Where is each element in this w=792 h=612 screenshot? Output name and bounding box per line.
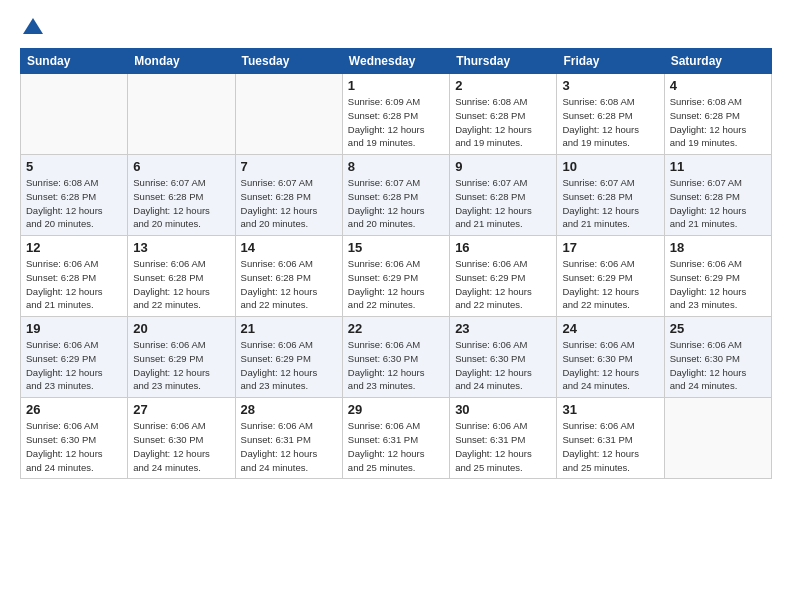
day-info: Sunrise: 6:06 AM Sunset: 6:30 PM Dayligh… bbox=[348, 338, 444, 393]
calendar-week-row: 26Sunrise: 6:06 AM Sunset: 6:30 PM Dayli… bbox=[21, 398, 772, 479]
day-info: Sunrise: 6:07 AM Sunset: 6:28 PM Dayligh… bbox=[562, 176, 658, 231]
calendar-week-row: 19Sunrise: 6:06 AM Sunset: 6:29 PM Dayli… bbox=[21, 317, 772, 398]
calendar-cell: 10Sunrise: 6:07 AM Sunset: 6:28 PM Dayli… bbox=[557, 155, 664, 236]
day-number: 1 bbox=[348, 78, 444, 93]
calendar-cell: 29Sunrise: 6:06 AM Sunset: 6:31 PM Dayli… bbox=[342, 398, 449, 479]
calendar-cell: 17Sunrise: 6:06 AM Sunset: 6:29 PM Dayli… bbox=[557, 236, 664, 317]
calendar-cell: 12Sunrise: 6:06 AM Sunset: 6:28 PM Dayli… bbox=[21, 236, 128, 317]
day-number: 27 bbox=[133, 402, 229, 417]
day-info: Sunrise: 6:06 AM Sunset: 6:30 PM Dayligh… bbox=[26, 419, 122, 474]
calendar-cell: 5Sunrise: 6:08 AM Sunset: 6:28 PM Daylig… bbox=[21, 155, 128, 236]
svg-marker-0 bbox=[23, 18, 43, 34]
day-info: Sunrise: 6:06 AM Sunset: 6:28 PM Dayligh… bbox=[133, 257, 229, 312]
calendar-cell: 25Sunrise: 6:06 AM Sunset: 6:30 PM Dayli… bbox=[664, 317, 771, 398]
day-number: 30 bbox=[455, 402, 551, 417]
day-number: 28 bbox=[241, 402, 337, 417]
day-number: 14 bbox=[241, 240, 337, 255]
day-number: 2 bbox=[455, 78, 551, 93]
day-info: Sunrise: 6:06 AM Sunset: 6:31 PM Dayligh… bbox=[348, 419, 444, 474]
day-number: 31 bbox=[562, 402, 658, 417]
day-info: Sunrise: 6:09 AM Sunset: 6:28 PM Dayligh… bbox=[348, 95, 444, 150]
day-number: 10 bbox=[562, 159, 658, 174]
day-info: Sunrise: 6:06 AM Sunset: 6:29 PM Dayligh… bbox=[241, 338, 337, 393]
day-info: Sunrise: 6:06 AM Sunset: 6:31 PM Dayligh… bbox=[241, 419, 337, 474]
day-info: Sunrise: 6:06 AM Sunset: 6:30 PM Dayligh… bbox=[455, 338, 551, 393]
calendar-cell: 4Sunrise: 6:08 AM Sunset: 6:28 PM Daylig… bbox=[664, 74, 771, 155]
calendar-cell: 26Sunrise: 6:06 AM Sunset: 6:30 PM Dayli… bbox=[21, 398, 128, 479]
day-info: Sunrise: 6:06 AM Sunset: 6:28 PM Dayligh… bbox=[241, 257, 337, 312]
calendar-cell: 14Sunrise: 6:06 AM Sunset: 6:28 PM Dayli… bbox=[235, 236, 342, 317]
calendar-cell: 23Sunrise: 6:06 AM Sunset: 6:30 PM Dayli… bbox=[450, 317, 557, 398]
calendar-cell: 30Sunrise: 6:06 AM Sunset: 6:31 PM Dayli… bbox=[450, 398, 557, 479]
day-number: 21 bbox=[241, 321, 337, 336]
weekday-header-row: SundayMondayTuesdayWednesdayThursdayFrid… bbox=[21, 49, 772, 74]
day-number: 29 bbox=[348, 402, 444, 417]
day-info: Sunrise: 6:06 AM Sunset: 6:30 PM Dayligh… bbox=[670, 338, 766, 393]
calendar-cell: 15Sunrise: 6:06 AM Sunset: 6:29 PM Dayli… bbox=[342, 236, 449, 317]
day-info: Sunrise: 6:06 AM Sunset: 6:28 PM Dayligh… bbox=[26, 257, 122, 312]
calendar-week-row: 5Sunrise: 6:08 AM Sunset: 6:28 PM Daylig… bbox=[21, 155, 772, 236]
calendar-week-row: 12Sunrise: 6:06 AM Sunset: 6:28 PM Dayli… bbox=[21, 236, 772, 317]
calendar-cell: 27Sunrise: 6:06 AM Sunset: 6:30 PM Dayli… bbox=[128, 398, 235, 479]
day-number: 6 bbox=[133, 159, 229, 174]
day-info: Sunrise: 6:06 AM Sunset: 6:29 PM Dayligh… bbox=[348, 257, 444, 312]
day-number: 16 bbox=[455, 240, 551, 255]
calendar-cell bbox=[235, 74, 342, 155]
day-info: Sunrise: 6:06 AM Sunset: 6:31 PM Dayligh… bbox=[562, 419, 658, 474]
day-number: 5 bbox=[26, 159, 122, 174]
day-number: 13 bbox=[133, 240, 229, 255]
day-number: 26 bbox=[26, 402, 122, 417]
weekday-header-sunday: Sunday bbox=[21, 49, 128, 74]
logo-icon bbox=[22, 16, 44, 38]
calendar-cell: 9Sunrise: 6:07 AM Sunset: 6:28 PM Daylig… bbox=[450, 155, 557, 236]
weekday-header-monday: Monday bbox=[128, 49, 235, 74]
calendar-cell: 8Sunrise: 6:07 AM Sunset: 6:28 PM Daylig… bbox=[342, 155, 449, 236]
weekday-header-tuesday: Tuesday bbox=[235, 49, 342, 74]
header bbox=[20, 16, 772, 38]
day-info: Sunrise: 6:08 AM Sunset: 6:28 PM Dayligh… bbox=[26, 176, 122, 231]
calendar-cell: 31Sunrise: 6:06 AM Sunset: 6:31 PM Dayli… bbox=[557, 398, 664, 479]
day-info: Sunrise: 6:08 AM Sunset: 6:28 PM Dayligh… bbox=[562, 95, 658, 150]
day-number: 9 bbox=[455, 159, 551, 174]
calendar-cell: 21Sunrise: 6:06 AM Sunset: 6:29 PM Dayli… bbox=[235, 317, 342, 398]
day-number: 4 bbox=[670, 78, 766, 93]
day-info: Sunrise: 6:06 AM Sunset: 6:30 PM Dayligh… bbox=[133, 419, 229, 474]
day-info: Sunrise: 6:07 AM Sunset: 6:28 PM Dayligh… bbox=[241, 176, 337, 231]
calendar-cell: 19Sunrise: 6:06 AM Sunset: 6:29 PM Dayli… bbox=[21, 317, 128, 398]
day-number: 23 bbox=[455, 321, 551, 336]
day-info: Sunrise: 6:06 AM Sunset: 6:29 PM Dayligh… bbox=[562, 257, 658, 312]
day-info: Sunrise: 6:06 AM Sunset: 6:29 PM Dayligh… bbox=[455, 257, 551, 312]
day-number: 19 bbox=[26, 321, 122, 336]
day-info: Sunrise: 6:06 AM Sunset: 6:29 PM Dayligh… bbox=[670, 257, 766, 312]
calendar-cell: 22Sunrise: 6:06 AM Sunset: 6:30 PM Dayli… bbox=[342, 317, 449, 398]
calendar-cell bbox=[664, 398, 771, 479]
calendar-cell: 2Sunrise: 6:08 AM Sunset: 6:28 PM Daylig… bbox=[450, 74, 557, 155]
weekday-header-thursday: Thursday bbox=[450, 49, 557, 74]
calendar-cell: 20Sunrise: 6:06 AM Sunset: 6:29 PM Dayli… bbox=[128, 317, 235, 398]
day-info: Sunrise: 6:07 AM Sunset: 6:28 PM Dayligh… bbox=[455, 176, 551, 231]
calendar-cell: 24Sunrise: 6:06 AM Sunset: 6:30 PM Dayli… bbox=[557, 317, 664, 398]
day-number: 8 bbox=[348, 159, 444, 174]
calendar-cell: 3Sunrise: 6:08 AM Sunset: 6:28 PM Daylig… bbox=[557, 74, 664, 155]
day-number: 22 bbox=[348, 321, 444, 336]
day-number: 11 bbox=[670, 159, 766, 174]
calendar-cell bbox=[21, 74, 128, 155]
day-info: Sunrise: 6:06 AM Sunset: 6:29 PM Dayligh… bbox=[133, 338, 229, 393]
page: SundayMondayTuesdayWednesdayThursdayFrid… bbox=[0, 0, 792, 495]
calendar-cell: 13Sunrise: 6:06 AM Sunset: 6:28 PM Dayli… bbox=[128, 236, 235, 317]
day-info: Sunrise: 6:08 AM Sunset: 6:28 PM Dayligh… bbox=[455, 95, 551, 150]
calendar-cell: 7Sunrise: 6:07 AM Sunset: 6:28 PM Daylig… bbox=[235, 155, 342, 236]
calendar-cell: 11Sunrise: 6:07 AM Sunset: 6:28 PM Dayli… bbox=[664, 155, 771, 236]
day-number: 17 bbox=[562, 240, 658, 255]
day-number: 20 bbox=[133, 321, 229, 336]
day-number: 18 bbox=[670, 240, 766, 255]
day-info: Sunrise: 6:06 AM Sunset: 6:29 PM Dayligh… bbox=[26, 338, 122, 393]
calendar-cell: 16Sunrise: 6:06 AM Sunset: 6:29 PM Dayli… bbox=[450, 236, 557, 317]
weekday-header-wednesday: Wednesday bbox=[342, 49, 449, 74]
day-info: Sunrise: 6:06 AM Sunset: 6:31 PM Dayligh… bbox=[455, 419, 551, 474]
calendar-cell: 18Sunrise: 6:06 AM Sunset: 6:29 PM Dayli… bbox=[664, 236, 771, 317]
day-number: 24 bbox=[562, 321, 658, 336]
day-info: Sunrise: 6:07 AM Sunset: 6:28 PM Dayligh… bbox=[670, 176, 766, 231]
day-number: 15 bbox=[348, 240, 444, 255]
calendar-table: SundayMondayTuesdayWednesdayThursdayFrid… bbox=[20, 48, 772, 479]
